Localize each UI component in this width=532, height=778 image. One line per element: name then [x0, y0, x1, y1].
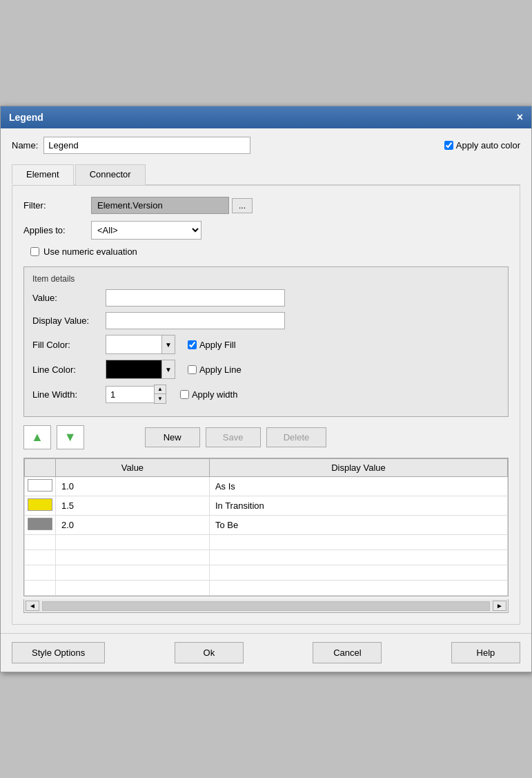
row-display-2: In Transition [209, 496, 507, 516]
table-row[interactable]: 1.5 In Transition [25, 496, 508, 516]
table-row[interactable]: 2.0 To Be [25, 516, 508, 535]
item-details-legend: Item details [32, 274, 500, 284]
filter-row: Filter: ... [23, 197, 509, 214]
line-width-label: Line Width: [32, 389, 101, 400]
table-row[interactable]: 1.0 As Is [25, 477, 508, 496]
down-arrow-icon: ▼ [64, 430, 77, 445]
move-down-button[interactable]: ▼ [57, 425, 84, 449]
fill-color-swatch [106, 335, 161, 353]
filter-ellipsis-button[interactable]: ... [232, 198, 253, 213]
auto-color-label: Apply auto color [456, 140, 520, 150]
tab-content-element: Filter: ... Applies to: <All> Use numeri… [12, 186, 520, 625]
name-label: Name: [12, 140, 38, 150]
style-options-button[interactable]: Style Options [12, 642, 105, 663]
item-details-group: Item details Value: Display Value: Fill … [23, 266, 509, 417]
cancel-button[interactable]: Cancel [313, 642, 382, 663]
name-input[interactable] [43, 137, 250, 154]
filter-input[interactable] [91, 197, 229, 214]
data-table: Value Display Value 1.0 As Is 1.5 [24, 458, 508, 596]
fill-color-group: ▼ Apply Fill [106, 335, 236, 354]
apply-fill-checkbox[interactable] [188, 340, 197, 349]
row-value-3: 2.0 [56, 516, 210, 535]
move-up-button[interactable]: ▲ [23, 425, 51, 449]
dialog-body: Name: Apply auto color Element Connector… [1, 128, 531, 633]
scroll-right-button[interactable]: ► [493, 601, 506, 611]
line-width-input[interactable] [106, 386, 154, 403]
line-width-group: ▲ ▼ [106, 385, 166, 404]
row-display-1: As Is [209, 477, 507, 496]
bottom-buttons: Style Options Ok Cancel Help [1, 633, 531, 672]
fill-color-selector[interactable]: ▼ [106, 335, 175, 354]
delete-button[interactable]: Delete [266, 427, 327, 447]
tab-element[interactable]: Element [12, 164, 74, 185]
auto-color-check: Apply auto color [444, 140, 520, 150]
scrollbar-track[interactable] [42, 601, 490, 611]
line-color-label: Line Color: [32, 364, 101, 375]
new-button[interactable]: New [145, 427, 200, 447]
dialog-title: Legend [9, 112, 43, 123]
data-table-container: Value Display Value 1.0 As Is 1.5 [23, 458, 509, 596]
apply-line-checkbox[interactable] [188, 365, 197, 374]
col-header-color [25, 459, 56, 477]
row-value-1: 1.0 [56, 477, 210, 496]
apply-line-check-group: Apply Line [188, 364, 242, 375]
col-header-display-value: Display Value [209, 459, 507, 477]
auto-color-checkbox[interactable] [444, 141, 453, 150]
row-value-2: 1.5 [56, 496, 210, 516]
name-row: Name: Apply auto color [12, 137, 520, 154]
spin-up-button[interactable]: ▲ [155, 385, 166, 394]
table-row-empty [25, 535, 508, 550]
apply-fill-label: Apply Fill [199, 340, 236, 350]
applies-to-select[interactable]: <All> [91, 221, 201, 240]
row-swatch-cell [25, 477, 56, 496]
line-color-swatch [106, 360, 161, 378]
col-header-value: Value [56, 459, 210, 477]
row-swatch-cell [25, 496, 56, 516]
filter-label: Filter: [23, 200, 86, 211]
applies-to-label: Applies to: [23, 225, 86, 235]
line-color-dropdown[interactable]: ▼ [161, 360, 175, 378]
display-value-input[interactable] [106, 312, 285, 329]
row-swatch-1 [28, 479, 52, 492]
action-buttons-row: ▲ ▼ New Save Delete [23, 425, 509, 449]
save-button[interactable]: Save [206, 427, 261, 447]
line-width-spinner: ▲ ▼ [154, 385, 166, 404]
row-swatch-2 [28, 498, 52, 511]
ok-button[interactable]: Ok [175, 642, 244, 663]
title-bar: Legend × [1, 106, 531, 128]
apply-fill-check-group: Apply Fill [188, 340, 236, 350]
legend-dialog: Legend × Name: Apply auto color Element … [0, 106, 532, 672]
value-input[interactable] [106, 289, 285, 307]
line-color-group: ▼ Apply Line [106, 360, 242, 379]
apply-width-check-group: Apply width [180, 389, 237, 400]
fill-color-label: Fill Color: [32, 340, 101, 350]
apply-width-checkbox[interactable] [180, 390, 189, 399]
scroll-left-button[interactable]: ◄ [26, 601, 39, 611]
line-width-row: Line Width: ▲ ▼ Apply width [32, 385, 500, 404]
close-button[interactable]: × [517, 112, 523, 123]
up-arrow-icon: ▲ [31, 430, 43, 445]
value-label: Value: [32, 293, 101, 303]
tab-connector[interactable]: Connector [75, 164, 146, 185]
help-button[interactable]: Help [451, 642, 520, 663]
horizontal-scrollbar: ◄ ► [23, 599, 509, 613]
filter-input-group: ... [91, 197, 253, 214]
numeric-eval-checkbox[interactable] [30, 247, 39, 256]
table-row-empty [25, 565, 508, 581]
applies-to-row: Applies to: <All> [23, 221, 509, 240]
fill-color-row: Fill Color: ▼ Apply Fill [32, 335, 500, 354]
row-swatch-cell [25, 516, 56, 535]
spin-down-button[interactable]: ▼ [155, 394, 166, 403]
table-header-row: Value Display Value [25, 459, 508, 477]
row-display-3: To Be [209, 516, 507, 535]
line-color-selector[interactable]: ▼ [106, 360, 175, 379]
row-swatch-3 [28, 518, 52, 530]
apply-width-label: Apply width [192, 389, 237, 400]
display-value-row: Display Value: [32, 312, 500, 329]
display-value-label: Display Value: [32, 315, 101, 326]
numeric-eval-label: Use numeric evaluation [43, 246, 137, 257]
numeric-eval-row: Use numeric evaluation [30, 246, 509, 257]
fill-color-dropdown[interactable]: ▼ [161, 335, 175, 353]
value-row: Value: [32, 289, 500, 307]
table-row-empty [25, 581, 508, 596]
